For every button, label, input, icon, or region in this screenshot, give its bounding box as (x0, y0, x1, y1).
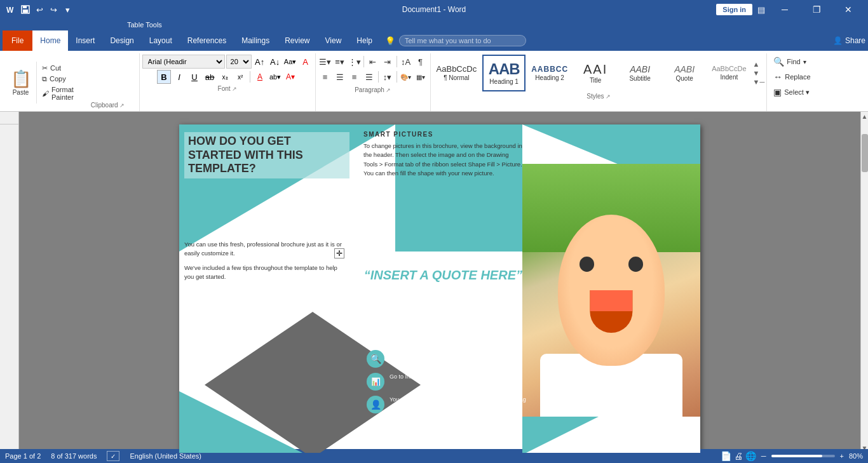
find-button[interactable]: 🔍 Find ▾ (770, 55, 814, 69)
highlight-btn[interactable]: ab▾ (268, 70, 282, 84)
shading-btn[interactable]: 🎨▾ (399, 70, 413, 84)
sign-in-button[interactable]: Sign in (716, 4, 752, 15)
redo-btn[interactable]: ↪ (47, 3, 60, 16)
upper-mouth (590, 290, 632, 311)
style-normal[interactable]: AaBbCcDc ¶ Normal (432, 55, 482, 91)
style-quote-preview: AABI (674, 65, 695, 74)
find-icon: 🔍 (773, 57, 784, 67)
increase-indent-btn[interactable]: ⇥ (381, 55, 395, 69)
bold-button[interactable]: B (157, 70, 171, 84)
customize-qa-btn[interactable]: ▾ (61, 3, 74, 16)
editing-label: Styles (770, 100, 814, 110)
cut-label: Cut (50, 64, 61, 72)
share-button[interactable]: 👤 Share (833, 36, 865, 45)
zoom-slider[interactable] (771, 455, 835, 457)
style-heading1[interactable]: AAB Heading 1 (482, 55, 526, 91)
numbering-button[interactable]: ≡▾ (333, 55, 347, 69)
status-bar: Page 1 of 2 8 of 317 words ✓ English (Un… (0, 449, 868, 463)
select-button[interactable]: ▣ Select ▾ (770, 85, 814, 99)
read-mode-icon[interactable]: 📄 (721, 451, 731, 461)
bullets-button[interactable]: ☰▾ (318, 55, 332, 69)
tab-file[interactable]: File (3, 30, 32, 51)
increase-font-btn[interactable]: A↑ (253, 55, 267, 69)
styles-expand-icon[interactable]: ↗ (606, 93, 611, 100)
superscript-button[interactable]: x² (233, 70, 247, 84)
print-layout-icon[interactable]: 🖨 (734, 451, 743, 461)
text-effects-btn[interactable]: A (253, 70, 267, 84)
tab-design[interactable]: Design (102, 30, 141, 51)
clipboard-expand-icon[interactable]: ↗ (119, 102, 125, 109)
styles-scroll-up[interactable]: ▲ (752, 60, 766, 69)
close-btn[interactable]: ✕ (834, 0, 863, 19)
document-viewport[interactable]: ✛ HOW DO YOU GET STARTED WITH THIS TEMPL… (19, 112, 860, 453)
decrease-font-btn[interactable]: A↓ (268, 55, 282, 69)
scroll-up-arrow[interactable]: ▲ (860, 112, 868, 121)
align-right-btn[interactable]: ≡ (348, 70, 362, 84)
copy-label: Copy (50, 75, 66, 83)
style-title[interactable]: AAI Title (574, 55, 617, 91)
tab-layout[interactable]: Layout (142, 30, 180, 51)
web-view-icon[interactable]: 🌐 (745, 451, 756, 461)
zoom-minus-btn[interactable]: ─ (761, 452, 766, 460)
font-expand-icon[interactable]: ↗ (232, 86, 237, 92)
paste-button[interactable]: 📋 Paste (5, 62, 37, 104)
restore-btn[interactable]: ❐ (802, 0, 831, 19)
zoom-plus-btn[interactable]: + (840, 452, 844, 460)
styles-expand-btn[interactable]: ▼─ (752, 77, 766, 86)
style-indent[interactable]: AaBbCcDe Indent (707, 55, 750, 91)
align-left-btn[interactable]: ≡ (318, 70, 332, 84)
change-case-btn[interactable]: Aa▾ (283, 55, 297, 69)
line-spacing-btn[interactable]: ↕▾ (381, 70, 395, 84)
style-normal-label: ¶ Normal (444, 74, 469, 81)
tab-insert[interactable]: Insert (68, 30, 102, 51)
scroll-thumb[interactable] (862, 134, 868, 172)
styles-scroll-down[interactable]: ▼ (752, 69, 766, 77)
tell-me-input[interactable] (399, 35, 526, 46)
ribbon-display-btn[interactable]: ▤ (755, 3, 768, 16)
show-formatting-btn[interactable]: ¶ (414, 55, 428, 69)
font-group: Arial (Headir 20 A↑ A↓ Aa▾ A B I U ab x₂… (140, 53, 316, 111)
sort-btn[interactable]: ↕A (399, 55, 413, 69)
format-painter-button[interactable]: 🖌 Format Painter (39, 84, 76, 102)
style-quote-label: Quote (676, 75, 693, 82)
subscript-button[interactable]: x₂ (218, 70, 232, 84)
borders-btn[interactable]: ▦▾ (414, 70, 428, 84)
tab-help[interactable]: Help (349, 30, 380, 51)
document-page: ✛ HOW DO YOU GET STARTED WITH THIS TEMPL… (179, 124, 700, 453)
tab-mailings[interactable]: Mailings (234, 30, 277, 51)
find-label: Find (787, 58, 800, 65)
font-color-btn[interactable]: A▾ (283, 70, 297, 84)
multilevel-list-btn[interactable]: ⋮▾ (348, 55, 362, 69)
clear-formatting-btn[interactable]: A (299, 55, 313, 69)
underline-button[interactable]: U (187, 70, 201, 84)
baby-photo-area (522, 164, 700, 417)
font-family-select[interactable]: Arial (Headir (142, 55, 225, 69)
replace-button[interactable]: ↔ Replace (770, 70, 814, 84)
table-move-handle[interactable]: ✛ (334, 248, 344, 258)
style-quote[interactable]: AABI Quote (663, 55, 706, 91)
clipboard-actions: ✂ Cut ⧉ Copy 🖌 Format Painter (37, 62, 79, 104)
save-quick-btn[interactable] (19, 3, 32, 16)
tab-view[interactable]: View (318, 30, 349, 51)
cut-button[interactable]: ✂ Cut (39, 63, 76, 74)
undo-btn[interactable]: ↩ (33, 3, 46, 16)
strikethrough-button[interactable]: ab (203, 70, 217, 84)
font-size-select[interactable]: 20 (226, 55, 252, 69)
scrollbar-right[interactable]: ▲ ▼ (860, 112, 868, 453)
title-bar: W ↩ ↪ ▾ Document1 - Word Sign in ▤ ─ ❐ ✕ (0, 0, 868, 19)
tab-review[interactable]: Review (277, 30, 317, 51)
justify-btn[interactable]: ☰ (362, 70, 376, 84)
italic-button[interactable]: I (172, 70, 186, 84)
align-center-btn[interactable]: ☰ (333, 70, 347, 84)
style-subtitle[interactable]: AABI Subtitle (618, 55, 661, 91)
tab-references[interactable]: References (180, 30, 234, 51)
table-tools-bar: Table Tools (0, 19, 868, 30)
style-heading2[interactable]: AABBCC Heading 2 (527, 55, 573, 91)
font-row2: B I U ab x₂ x² A ab▾ A▾ (157, 70, 297, 84)
proofing-icon[interactable]: ✓ (107, 451, 119, 461)
paragraph-expand-icon[interactable]: ↗ (386, 87, 391, 93)
decrease-indent-btn[interactable]: ⇤ (366, 55, 380, 69)
tab-home[interactable]: Home (32, 30, 68, 51)
minimize-btn[interactable]: ─ (770, 0, 799, 19)
copy-button[interactable]: ⧉ Copy (39, 74, 76, 84)
